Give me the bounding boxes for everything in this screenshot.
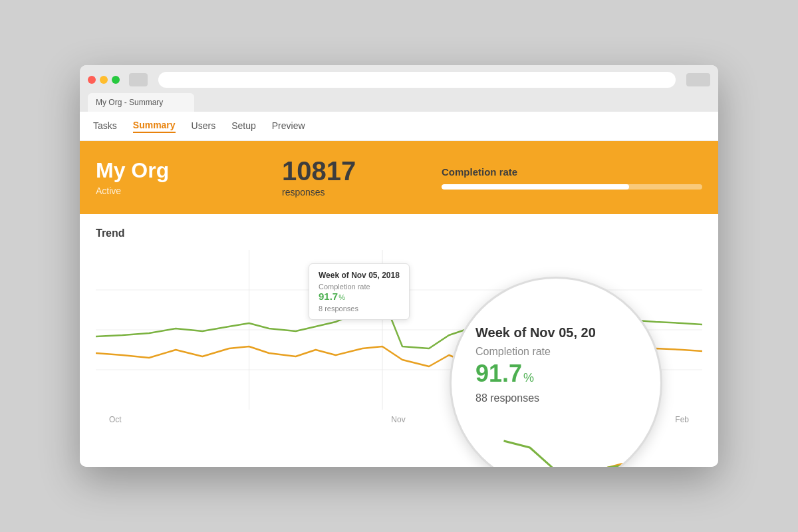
responses-label: responses [282,187,415,198]
org-name: My Org [96,159,242,182]
org-status: Active [96,186,242,196]
minimize-button[interactable] [100,76,108,84]
tooltip-small-value: 91.7 [319,291,338,302]
completion-info: Completion rate [442,166,702,190]
nav-setup[interactable]: Setup [231,120,256,132]
tooltip-small-completion-label: Completion rate [319,283,400,291]
completion-bar-fill [442,184,629,190]
nav-preview[interactable]: Preview [272,120,305,132]
app-nav: Tasks Summary Users Setup Preview [80,112,718,141]
browser-chrome: My Org - Summary [80,65,718,112]
content-area: Trend Oct Nov Feb [80,214,718,467]
x-label-feb: Feb [675,415,689,424]
magnified-date: Week of Nov 05, 20 [475,325,596,340]
nav-tasks[interactable]: Tasks [93,120,117,132]
responses-info: 10817 responses [282,158,415,198]
responses-count: 10817 [282,158,415,184]
org-info: My Org Active [96,159,242,196]
close-button[interactable] [88,76,96,84]
magnified-pct: % [523,371,534,385]
magnified-value: 91.7 [475,360,522,387]
browser-controls [88,72,710,88]
chart-area: Oct Nov Feb Week of Nov 05, 2018 Complet… [96,250,702,436]
completion-bar-background [442,184,702,190]
tooltip-small-responses: 8 responses [319,305,400,313]
nav-users[interactable]: Users [192,120,216,132]
trend-title: Trend [96,227,702,239]
maximize-button[interactable] [112,76,120,84]
magnified-completion-label: Completion rate [475,346,596,358]
x-label-oct: Oct [109,415,122,424]
browser-tab[interactable]: My Org - Summary [88,93,194,112]
tooltip-small-pct: % [338,293,345,301]
back-button[interactable] [129,73,148,86]
traffic-lights [88,76,120,84]
browser-window: My Org - Summary Tasks Summary Users Set… [80,65,718,467]
magnified-tooltip: Week of Nov 05, 20 Completion rate 91.7 … [452,305,620,424]
magnified-responses: 88 responses [475,392,596,404]
tooltip-small-date: Week of Nov 05, 2018 [319,271,400,280]
completion-label: Completion rate [442,166,702,178]
address-bar[interactable] [158,72,676,88]
tooltip-small: Week of Nov 05, 2018 Completion rate 91.… [309,263,410,320]
header-banner: My Org Active 10817 responses Completion… [80,141,718,214]
x-label-nov: Nov [391,415,405,424]
browser-menu-button[interactable] [686,73,710,86]
tab-label: My Org - Summary [96,98,163,107]
nav-summary[interactable]: Summary [133,120,176,133]
